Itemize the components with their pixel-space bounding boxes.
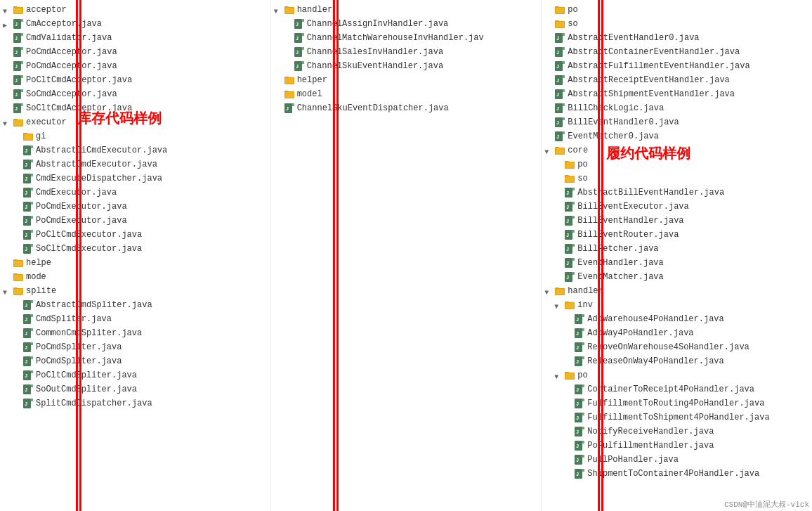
svg-text:J: J — [556, 134, 559, 140]
list-item[interactable]: J PullPoHandler.java — [542, 453, 812, 467]
folder-icon — [13, 4, 24, 15]
arrow-placeholder — [554, 259, 563, 267]
list-item[interactable]: J AddWarehouse4PoHandler.java — [542, 312, 812, 326]
list-item[interactable]: J AbstractEventHandler0.java — [542, 31, 812, 45]
list-item[interactable]: J ChannelAssignInvHandler.java — [271, 17, 542, 31]
list-item[interactable]: J PoCltCmdSpliter.java — [0, 368, 270, 382]
svg-marker-84 — [31, 314, 33, 317]
java-file-icon: J — [22, 159, 34, 170]
java-file-icon: J — [22, 229, 34, 240]
list-item[interactable]: J AddWay4PoHandler.java — [542, 326, 812, 340]
java-file-icon: J — [574, 454, 585, 465]
list-item[interactable]: J SoCltCmdExecutor.java — [0, 242, 270, 256]
list-item[interactable]: J PoCmdAcceptor.java — [0, 59, 270, 73]
list-item[interactable]: J AbstractContainerEventHandler.java — [542, 45, 812, 59]
svg-text:J: J — [296, 64, 299, 70]
list-item[interactable]: J RemoveOnWarehouse4SoHandler.java — [542, 340, 812, 354]
list-item[interactable]: J SplitCmdDispatcher.java — [0, 396, 270, 410]
list-item[interactable]: J BillEventHandler0.java — [542, 115, 812, 129]
svg-rect-179 — [556, 148, 564, 154]
list-item[interactable]: po — [542, 368, 812, 382]
red-line-left-2 — [79, 0, 81, 511]
folder-icon — [554, 285, 565, 297]
list-item[interactable]: po — [542, 3, 812, 17]
list-item[interactable]: helpe — [0, 256, 270, 270]
list-item[interactable]: J SoOutCmdSpliter.java — [0, 382, 270, 396]
arrow-placeholder — [274, 76, 282, 84]
list-item[interactable]: J PoCmdAcceptor.java — [0, 45, 270, 59]
list-item[interactable]: J AbstractReceiptEventHandler.java — [542, 73, 812, 87]
list-item[interactable]: J EventMatcher.java — [542, 270, 812, 284]
chevron-down-icon — [274, 6, 282, 14]
list-item[interactable]: J BillFetcher.java — [542, 242, 812, 256]
arrow-placeholder — [544, 6, 553, 14]
svg-marker-151 — [563, 47, 565, 50]
list-item[interactable]: J PoCmdSpliter.java — [0, 354, 270, 368]
list-item[interactable]: model — [271, 87, 542, 101]
svg-text:J: J — [25, 331, 27, 337]
list-item[interactable]: J AbstractCmdSpliter.java — [0, 298, 270, 312]
list-item[interactable]: J CmdSpliter.java — [0, 312, 270, 326]
list-item[interactable]: J ChannelSalesInvHandler.java — [271, 45, 542, 59]
java-file-icon: J — [22, 173, 34, 184]
list-item[interactable]: J ChannelSkuEventDispatcher.java — [271, 101, 542, 115]
list-item[interactable]: J CmdExecutor.java — [0, 186, 270, 200]
list-item[interactable]: J AbstractCmdExecutor.java — [0, 157, 270, 172]
arrow-placeholder — [544, 34, 553, 42]
list-item[interactable]: J PoCmdExecutor.java — [0, 200, 270, 214]
arrow-placeholder — [13, 174, 21, 183]
arrow-placeholder — [3, 62, 11, 70]
list-item[interactable]: J CmAcceptor.java — [0, 17, 270, 31]
list-item[interactable]: J AbstractBillEventHandler.java — [542, 186, 812, 200]
list-item[interactable]: handler — [271, 3, 542, 17]
list-item[interactable]: J SoCmdAcceptor.java — [0, 87, 270, 101]
list-item[interactable]: J PoFulfillmentHandler.java — [542, 439, 812, 453]
list-item[interactable]: handler — [542, 284, 812, 298]
list-item[interactable]: J CmdValidator.java — [0, 31, 270, 45]
list-item[interactable]: mode — [0, 270, 270, 284]
list-item[interactable]: J CommonCmdSpliter.java — [0, 326, 270, 340]
list-item[interactable]: J ShipmentToContainer4PoHandler.java — [542, 467, 812, 481]
list-item[interactable]: J ChannelSkuEventHandler.java — [271, 59, 542, 73]
list-item[interactable]: gi — [0, 129, 270, 143]
list-item[interactable]: J NotifyReceiveHandler.java — [542, 425, 812, 439]
list-item[interactable]: J FulfillmentToShipment4PoHandler.java — [542, 410, 812, 425]
list-item[interactable]: J AbstractFulfillmentEventHandler.java — [542, 59, 812, 73]
list-item[interactable]: J CmdExecuteDispatcher.java — [0, 172, 270, 186]
list-item[interactable]: J PoCltCmdAcceptor.java — [0, 73, 270, 87]
list-item[interactable]: J PoCmdExecutor.java — [0, 214, 270, 228]
list-item[interactable]: J BillEventHandler.java — [542, 214, 812, 228]
list-item[interactable]: J EventMatcher0.java — [542, 129, 812, 143]
list-item[interactable]: J PoCmdSpliter.java — [0, 340, 270, 354]
list-item[interactable]: J PoCltCmdExecutor.java — [0, 228, 270, 242]
java-file-icon: J — [574, 468, 585, 479]
list-item[interactable]: acceptor — [0, 3, 270, 17]
list-item[interactable]: splite — [0, 284, 270, 298]
java-file-icon: J — [13, 46, 24, 58]
list-item[interactable]: J ReleaseOnWay4PoHandler.java — [542, 354, 812, 368]
svg-text:J: J — [556, 64, 559, 70]
list-item[interactable]: so — [542, 17, 812, 31]
java-file-icon: J — [554, 60, 565, 72]
svg-rect-182 — [565, 162, 574, 168]
red-line-left-1 — [76, 0, 78, 511]
item-label: mode — [26, 271, 46, 283]
list-item[interactable]: so — [542, 172, 812, 186]
item-label: ContainerToReceipt4PoHandler.java — [587, 383, 754, 396]
list-item[interactable]: J FulfillmentToRouting4PoHandler.java — [542, 396, 812, 410]
list-item[interactable]: inv — [542, 298, 812, 312]
list-item[interactable]: J ChannelMatchWarehouseInvHandler.jav — [271, 31, 542, 45]
java-file-icon: J — [13, 89, 24, 100]
list-item[interactable]: J ContainerToReceipt4PoHandler.java — [542, 382, 812, 396]
list-item[interactable]: helper — [271, 73, 542, 87]
list-item[interactable]: J BillCheckLogic.java — [542, 101, 812, 115]
list-item[interactable]: J BillEventRouter.java — [542, 228, 812, 242]
list-item[interactable]: J AbstractShipmentEventHandler.java — [542, 87, 812, 101]
list-item[interactable]: J BillEventExecutor.java — [542, 200, 812, 214]
list-item[interactable]: J EventHandler.java — [542, 256, 812, 270]
arrow-placeholder — [3, 104, 11, 112]
svg-marker-159 — [563, 75, 565, 78]
java-file-icon: J — [574, 328, 585, 339]
list-item[interactable]: J AbstractCiCmdExecutor.java — [0, 143, 270, 157]
svg-marker-163 — [563, 89, 565, 92]
